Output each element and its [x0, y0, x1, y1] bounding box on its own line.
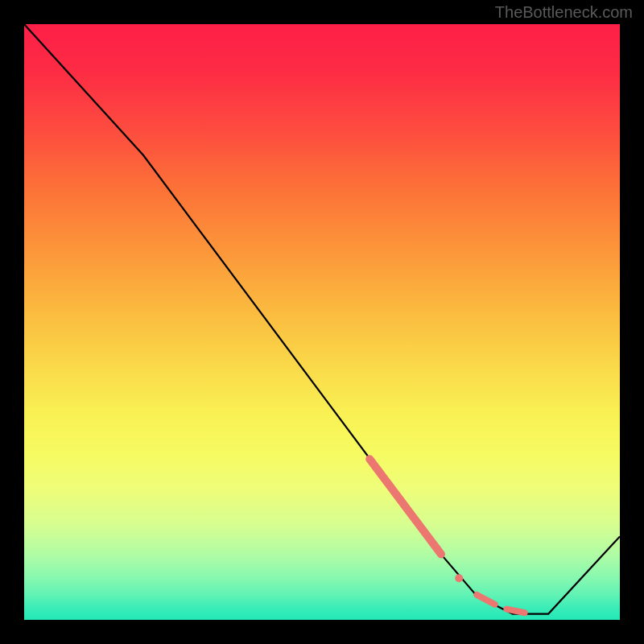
- chart-svg: [24, 24, 620, 620]
- bottleneck-curve-line: [24, 24, 620, 614]
- chart-plot-area: [24, 24, 620, 620]
- watermark-text: TheBottleneck.com: [495, 3, 633, 22]
- highlight-dash-1: [477, 595, 494, 605]
- highlight-group: [369, 459, 524, 613]
- highlight-dash-2: [506, 609, 524, 613]
- highlight-dot-1: [455, 574, 463, 582]
- highlight-main: [369, 459, 441, 554]
